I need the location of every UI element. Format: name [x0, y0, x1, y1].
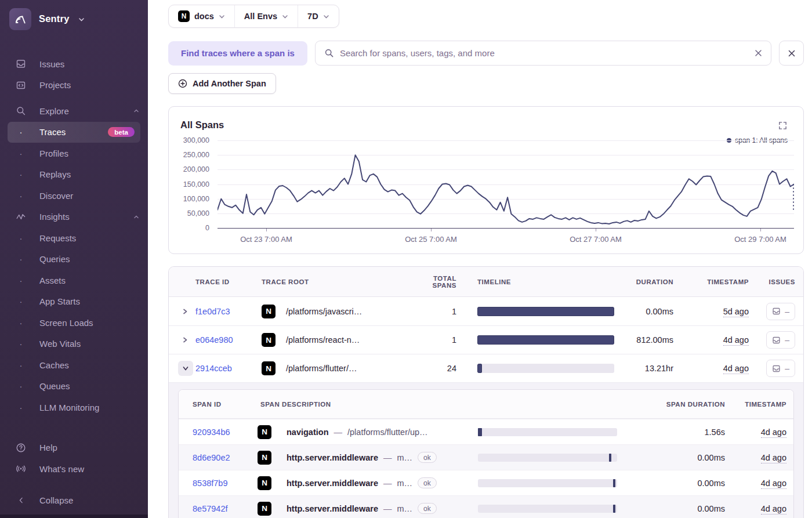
- span-duration: 0.00ms: [617, 453, 725, 462]
- span-description-cell: http.server.middleware—m…ok: [281, 477, 456, 488]
- broadcast-icon: [15, 463, 27, 474]
- date-range-selector[interactable]: 7D: [298, 5, 339, 27]
- sidebar-item-web-vitals[interactable]: ·Web Vitals: [0, 334, 148, 355]
- sidebar-item-assets[interactable]: ·Assets: [0, 270, 148, 291]
- sidebar-item-what-s-new[interactable]: What's new: [0, 458, 148, 480]
- span-id-link[interactable]: 8d6e90e2: [193, 453, 230, 462]
- no-issues-dash: –: [785, 364, 789, 373]
- span-filter-row: Find traces where a span is: [168, 41, 804, 66]
- trace-id-link[interactable]: e064e980: [195, 335, 233, 345]
- sidebar-item-label: Traces: [39, 127, 66, 137]
- timeline-cell: [456, 335, 619, 345]
- projects-icon: [15, 80, 27, 90]
- sidebar-item-caches[interactable]: ·Caches: [0, 354, 148, 376]
- org-switcher[interactable]: Sentry: [0, 0, 148, 37]
- beta-badge: beta: [108, 127, 135, 137]
- column-header: TIMESTAMP: [725, 401, 786, 408]
- issues-icon: [15, 59, 27, 69]
- bullet-icon: ·: [15, 191, 27, 201]
- timestamp-link[interactable]: 4d ago: [761, 428, 786, 438]
- span-timeline-cell: [456, 479, 617, 487]
- environment-selector-label: All Envs: [244, 12, 277, 21]
- sidebar-item-insights[interactable]: Insights: [0, 207, 148, 228]
- sidebar-item-profiles[interactable]: ·Profiles: [0, 143, 148, 164]
- clear-search-icon[interactable]: [754, 49, 763, 57]
- span-row: 8d6e90e2Nhttp.server.middleware—m…ok0.00…: [179, 444, 793, 470]
- fullscreen-icon[interactable]: [778, 121, 787, 130]
- sidebar-item-label: Assets: [39, 276, 66, 285]
- sidebar-item-replays[interactable]: ·Replays: [0, 164, 148, 186]
- span-op: navigation: [287, 428, 329, 437]
- trace-id-link[interactable]: 2914cceb: [195, 364, 232, 373]
- span-search-box: [315, 41, 771, 66]
- span-timeline-marker: [613, 479, 615, 487]
- sidebar-collapse: Collapse: [0, 490, 148, 512]
- traces-table: TRACE IDTRACE ROOTTOTAL SPANSTIMELINEDUR…: [168, 266, 804, 518]
- timestamp-link[interactable]: 4d ago: [761, 453, 786, 463]
- span-timeline-cell: [456, 454, 617, 462]
- span-search-input[interactable]: [340, 48, 748, 58]
- column-header: TOTAL SPANS: [411, 275, 456, 289]
- bullet-icon: ·: [15, 169, 27, 179]
- spans-subtable-header: SPAN IDSPAN DESCRIPTIONSPAN DURATIONTIME…: [179, 390, 793, 419]
- sidebar-spacer: [0, 418, 148, 437]
- timeline-bar: [477, 335, 614, 345]
- sidebar-item-queries[interactable]: ·Queries: [0, 249, 148, 270]
- sidebar-item-screen-loads[interactable]: ·Screen Loads: [0, 312, 148, 334]
- timestamp-link[interactable]: 4d ago: [723, 335, 749, 346]
- nextjs-icon: N: [262, 305, 276, 318]
- sidebar-item-app-starts[interactable]: ·App Starts: [0, 291, 148, 313]
- span-id-link[interactable]: 8538f7b9: [193, 479, 227, 488]
- trace-id-link[interactable]: f1e0d7c3: [195, 307, 230, 316]
- sidebar-item-traces[interactable]: ·Tracesbeta: [8, 122, 140, 143]
- span-timeline-marker: [613, 505, 615, 513]
- issues-badge: –: [766, 360, 795, 377]
- x-axis-tick-label: Oct 25 7:00 AM: [405, 235, 457, 244]
- span-timestamp-cell: 4d ago: [725, 478, 786, 488]
- span-separator: —: [383, 504, 392, 513]
- span-id-link[interactable]: 8e57942f: [193, 504, 227, 513]
- traces-table-header: TRACE IDTRACE ROOTTOTAL SPANSTIMELINEDUR…: [169, 267, 803, 297]
- chevron-down-icon: [323, 13, 329, 20]
- timestamp-link[interactable]: 5d ago: [723, 307, 749, 317]
- timestamp-link[interactable]: 4d ago: [761, 479, 786, 489]
- sentry-app: Sentry IssuesProjectsExplore·Tracesbeta·…: [0, 0, 812, 518]
- sidebar-item-help[interactable]: Help: [0, 437, 148, 459]
- span-duration: 1.56s: [617, 428, 725, 437]
- sidebar-item-discover[interactable]: ·Discover: [0, 185, 148, 207]
- remove-span-filter-button[interactable]: [779, 41, 804, 66]
- environment-selector[interactable]: All Envs: [234, 5, 298, 27]
- bullet-icon: ·: [15, 276, 27, 285]
- span-id-link[interactable]: 920934b6: [193, 428, 230, 437]
- span-description-cell: http.server.middleware—m…ok: [281, 452, 456, 463]
- total-spans: 1: [411, 335, 456, 345]
- all-spans-chart-panel: All Spans span 1: All spans 050,000100,0…: [168, 106, 804, 254]
- span-id-cell: 8e57942f: [188, 503, 258, 514]
- sidebar-item-label: Projects: [39, 80, 71, 90]
- add-another-span-button[interactable]: Add Another Span: [168, 73, 276, 94]
- expand-cell: [178, 305, 195, 318]
- sidebar-item-projects[interactable]: Projects: [0, 75, 148, 96]
- no-issues-dash: –: [785, 335, 789, 345]
- project-selector[interactable]: N docs: [169, 5, 234, 27]
- platform-cell: N: [262, 305, 286, 318]
- x-axis-tick: [266, 229, 267, 231]
- x-axis-tick: [596, 229, 596, 231]
- chevron-right-icon[interactable]: [178, 333, 192, 347]
- sidebar-item-llm-monitoring[interactable]: ·LLM Monitoring: [0, 397, 148, 418]
- timestamp-link[interactable]: 4d ago: [723, 364, 749, 374]
- chevron-down-icon[interactable]: [178, 361, 193, 376]
- chevron-down-icon: [219, 13, 225, 20]
- nav-gap: [0, 96, 148, 100]
- sidebar-item-queues[interactable]: ·Queues: [0, 376, 148, 397]
- sidebar-item-issues[interactable]: Issues: [0, 53, 148, 75]
- timeline-bar: [477, 307, 614, 316]
- column-header: DURATION: [619, 278, 673, 285]
- sidebar-item-requests[interactable]: ·Requests: [0, 227, 148, 249]
- issues-cell: –: [749, 303, 795, 320]
- sidebar-collapse-button[interactable]: Collapse: [0, 490, 148, 512]
- platform-cell: N: [258, 476, 281, 490]
- timestamp-link[interactable]: 4d ago: [761, 504, 786, 515]
- sidebar-item-explore[interactable]: Explore: [0, 100, 148, 122]
- chevron-right-icon[interactable]: [178, 305, 192, 318]
